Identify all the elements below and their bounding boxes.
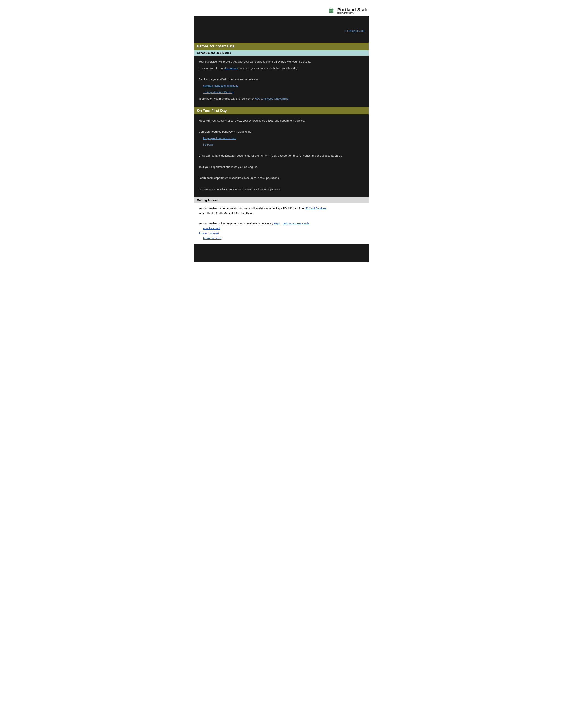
first-day-employee-form: Employee Information form: [199, 136, 364, 141]
employee-information-form-link[interactable]: Employee Information form: [203, 137, 236, 140]
logo-university: UNIVERSITY: [337, 12, 369, 15]
footer-dark-block: [194, 244, 369, 262]
phone-link[interactable]: Phone: [199, 232, 207, 235]
before-start-line3: Familiarize yourself with the campus by …: [199, 77, 364, 82]
logo-name: Portland State: [337, 7, 369, 12]
access-line3: Your supervisor will arrange for you to …: [199, 221, 364, 226]
header-email-area: sskbrc@pdx.edu: [199, 29, 364, 32]
before-start-line1: Your supervisor will provide you with yo…: [199, 60, 364, 64]
header: Portland State UNIVERSITY: [194, 4, 369, 16]
first-day-i9: I-9 Form: [199, 143, 364, 147]
logo-area: Portland State UNIVERSITY: [327, 7, 369, 15]
before-start-line2: Review any relevant documents provided b…: [199, 66, 364, 71]
access-line6: business cards: [199, 236, 364, 241]
internet-link[interactable]: internet: [210, 232, 219, 235]
building-access-cards-link[interactable]: building access cards: [283, 222, 309, 225]
on-first-day-content: Meet with your supervisor to review your…: [194, 114, 369, 197]
new-employee-onboarding-link[interactable]: New Employee Onboarding: [255, 97, 289, 100]
documents-link[interactable]: documents: [224, 67, 238, 70]
first-day-line3: Bring appropriate identification documen…: [199, 154, 364, 158]
campus-maps-link[interactable]: campus maps and directions: [203, 84, 238, 87]
before-start-line4: campus maps and directions: [199, 84, 364, 88]
access-line1: Your supervisor or department coordinato…: [199, 206, 364, 211]
on-first-day-header: On Your First Day: [194, 107, 369, 114]
first-day-line1: Meet with your supervisor to review your…: [199, 118, 364, 123]
first-day-line4: Tour your department and meet your colle…: [199, 165, 364, 169]
email-account-link[interactable]: email account: [203, 227, 220, 230]
keys-link[interactable]: keys: [274, 222, 280, 225]
logo-text: Portland State UNIVERSITY: [337, 7, 369, 15]
first-day-line2: Complete required paperwork including th…: [199, 129, 364, 134]
before-start-date-content: Your supervisor will provide you with yo…: [194, 56, 369, 107]
access-line2: located in the Smith Memorial Student Un…: [199, 211, 364, 216]
first-day-line5: Learn about department procedures, resou…: [199, 176, 364, 180]
transportation-link[interactable]: Transportation & Parking: [203, 91, 233, 94]
business-cards-link[interactable]: business cards: [203, 237, 221, 240]
getting-access-content: Your supervisor or department coordinato…: [194, 203, 369, 244]
getting-access-header: Getting Access: [194, 197, 369, 203]
before-start-line5: Transportation & Parking: [199, 90, 364, 95]
id-card-services-link[interactable]: ID Card Services: [305, 207, 326, 210]
schedule-job-duties-header: Schedule and Job Duties: [194, 50, 369, 56]
header-email-link[interactable]: sskbrc@pdx.edu: [345, 29, 364, 32]
before-start-line6: information. You may also want to regist…: [199, 97, 364, 101]
access-line4: email account: [199, 226, 364, 231]
before-start-date-header: Before Your Start Date: [194, 43, 369, 50]
dark-header-banner: sskbrc@pdx.edu: [194, 16, 369, 43]
access-line5: Phone internet: [199, 231, 364, 236]
psu-logo-icon: [327, 7, 336, 15]
first-day-line6: Discuss any immediate questions or conce…: [199, 187, 364, 192]
i9-form-link[interactable]: I-9 Form: [203, 143, 213, 146]
